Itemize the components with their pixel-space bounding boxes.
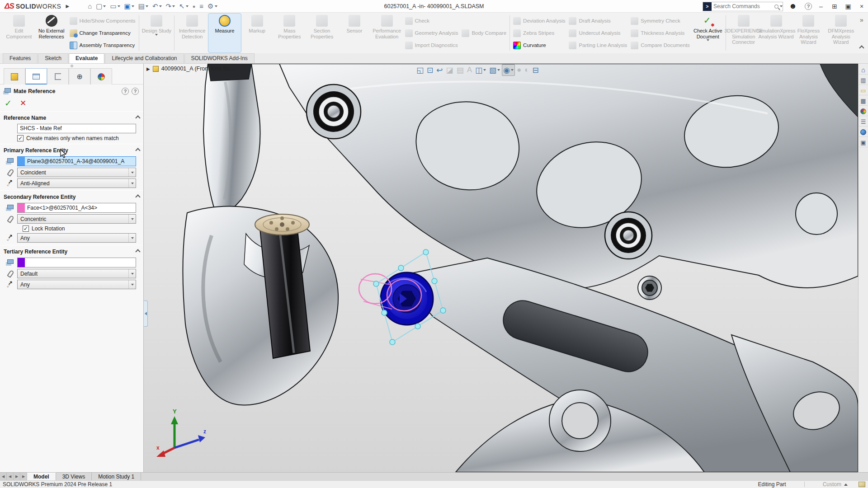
collapse-section-icon[interactable] [135, 148, 140, 153]
tertiary-mate-type-dropdown[interactable]: Default [17, 269, 136, 278]
names-match-checkbox[interactable]: ✓ [17, 135, 24, 141]
panel-collapse-handle[interactable] [144, 300, 148, 327]
ok-button[interactable]: ✓ [5, 98, 12, 108]
3d-model-canvas[interactable]: Y x z [144, 64, 858, 472]
tab-last-button[interactable]: ▶ [20, 473, 27, 480]
help-icon[interactable]: ? [132, 88, 139, 95]
graphics-viewport[interactable]: Y x z ▶ 40099001_A (Front End Su... ◱⊡↩◪… [144, 64, 858, 472]
print-caret-icon[interactable] [146, 5, 148, 7]
select-caret-icon[interactable] [186, 5, 189, 7]
ribbon-change-transparency-button[interactable]: Change Transparency [70, 28, 136, 38]
collapse-section-icon[interactable] [135, 115, 140, 120]
display-manager-tab[interactable] [90, 68, 112, 84]
selection-handle[interactable] [382, 310, 387, 315]
redo-button[interactable]: ↷ [165, 2, 177, 11]
view-settings-button[interactable]: ⊟ [531, 64, 540, 76]
tag-icon[interactable] [859, 482, 865, 487]
search-commands-box[interactable]: > [703, 2, 783, 11]
dropdown-caret-icon[interactable] [497, 69, 500, 71]
model-tab-motion-study-1[interactable]: Motion Study 1 [92, 473, 141, 480]
ribbon-curvature-button[interactable]: Curvature [513, 40, 565, 51]
taskpane-3dexperience-button[interactable] [859, 128, 868, 137]
ribbon-no-external-references-button[interactable]: No External References [35, 14, 68, 52]
dimxpert-manager-tab[interactable]: ⊕ [69, 68, 90, 84]
model-tab-3d-views[interactable]: 3D Views [56, 473, 92, 480]
ribbon-assembly-transparency-button[interactable]: Assembly Transparency [70, 40, 136, 51]
cancel-button[interactable]: ✕ [20, 99, 26, 108]
selection-handle[interactable] [440, 308, 446, 313]
taskpane-appearances-button[interactable] [859, 107, 868, 116]
tab-features[interactable]: Features [3, 53, 38, 63]
primary-alignment-dropdown[interactable]: Anti-Aligned [17, 178, 136, 188]
user-icon[interactable]: ☻ [788, 2, 797, 11]
minimize-icon[interactable]: – [816, 3, 826, 10]
undo-caret-icon[interactable] [159, 5, 162, 7]
ribbon-check-active-document-button[interactable]: Check Active Document [692, 14, 724, 52]
hide-show-items-button[interactable]: ◉ [502, 64, 515, 76]
dropdown-caret-icon[interactable] [511, 69, 514, 71]
undo-button[interactable]: ↶ [151, 2, 163, 11]
open-button[interactable]: ▭ [108, 2, 121, 11]
reference-name-input[interactable]: SHCS - Mate Ref [17, 124, 136, 133]
close-icon[interactable]: × [857, 3, 866, 10]
flyout-tree-breadcrumb[interactable]: ▶ 40099001_A (Front End Su... [146, 66, 235, 72]
search-icon[interactable] [774, 5, 778, 9]
model-tab-model[interactable]: Model [27, 473, 56, 480]
tab-next-button[interactable]: ▶ [14, 473, 20, 480]
primary-mate-type-dropdown[interactable]: Coincident [17, 168, 136, 177]
redo-caret-icon[interactable] [172, 5, 175, 7]
options-button[interactable]: ⚙ [206, 2, 218, 11]
configuration-manager-tab[interactable] [47, 68, 69, 84]
zoom-to-fit-button[interactable]: ◱ [415, 64, 425, 76]
primary-entity-field[interactable]: Plane3@60257001_A-34@40099001_A [17, 156, 136, 166]
tab-lifecycle-and-collaboration[interactable]: Lifecycle and Collaboration [105, 53, 184, 63]
taskpane-design-library-button[interactable]: ▥ [859, 76, 868, 85]
help-icon[interactable]: ? [805, 3, 812, 10]
dropdown-caret-icon[interactable] [707, 39, 709, 41]
file-properties-button[interactable]: ≡ [198, 2, 205, 11]
tertiary-alignment-dropdown[interactable]: Any [17, 280, 136, 289]
panel-resize-handle[interactable] [0, 64, 143, 68]
previous-view-button[interactable]: ↩ [435, 64, 444, 76]
ribbon-overflow-icon[interactable]: » [860, 16, 863, 23]
layout-icon[interactable]: ⊞ [830, 3, 839, 10]
print-button[interactable]: ▤ [137, 2, 150, 11]
ribbon-measure-button[interactable]: Measure [208, 14, 241, 52]
selection-handle[interactable] [373, 281, 379, 286]
search-input[interactable] [712, 3, 774, 9]
selection-handle[interactable] [423, 249, 429, 255]
home-button[interactable]: ⌂ [86, 2, 93, 11]
save-caret-icon[interactable] [132, 5, 134, 7]
display-style-button[interactable]: ▧ [488, 64, 501, 76]
tab-evaluate[interactable]: Evaluate [69, 53, 104, 63]
collapse-section-icon[interactable] [135, 249, 140, 254]
flyout-expand-icon[interactable]: ▶ [146, 66, 150, 71]
taskpane-file-explorer-button[interactable]: ▭ [859, 86, 868, 95]
tab-prev-button[interactable]: ◀ [7, 473, 14, 480]
collapse-section-icon[interactable] [135, 194, 140, 199]
open-caret-icon[interactable] [118, 5, 120, 7]
selection-handle[interactable] [398, 265, 404, 271]
ribbon-collapse-icon[interactable] [859, 45, 864, 50]
lock-rotation-checkbox[interactable]: ✓ [23, 225, 29, 232]
rebuild-button[interactable]: ● [191, 2, 197, 11]
new-document-button[interactable]: ▢ [94, 2, 107, 11]
tab-first-button[interactable]: ◀ [0, 473, 7, 480]
menu-flyout-arrow-icon[interactable]: ▶ [66, 4, 69, 9]
keep-visible-pin-icon[interactable]: ? [122, 88, 129, 95]
dropdown-caret-icon[interactable] [483, 69, 486, 71]
selection-handle[interactable] [432, 278, 437, 284]
tab-sketch[interactable]: Sketch [38, 53, 68, 63]
secondary-mate-type-dropdown[interactable]: Concentric [17, 214, 136, 224]
taskpane-resources-button[interactable]: ▣ [859, 138, 868, 147]
selection-handle[interactable] [415, 324, 420, 329]
taskpane-home-button[interactable]: ⌂ [859, 66, 868, 75]
save-button[interactable]: ▣ [123, 2, 136, 11]
feature-manager-tab[interactable] [4, 68, 25, 84]
tab-solidworks-add-ins[interactable]: SOLIDWORKS Add-Ins [184, 53, 255, 63]
bearing-middle[interactable] [605, 212, 652, 259]
select-button[interactable]: ↖ [178, 2, 190, 11]
view-orientation-button[interactable]: ◫ [474, 64, 487, 76]
secondary-entity-field[interactable]: Face<1>@60257001_A<34> [17, 203, 136, 213]
taskpane-view-palette-button[interactable]: ▦ [859, 97, 868, 106]
